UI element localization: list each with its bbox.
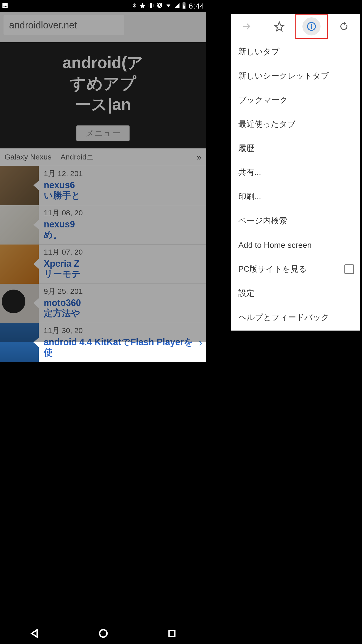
browser-viewport: androidlover.net android(ア すめアプ ース|an メニ… <box>0 12 206 342</box>
signal-icon <box>174 3 180 10</box>
post-date: 11月 07, 20 <box>44 247 83 257</box>
post-date: 9月 25, 201 <box>44 286 83 297</box>
site-menu-button[interactable]: メニュー <box>76 125 130 141</box>
image-icon <box>2 2 9 10</box>
post-thumbnail <box>0 284 39 323</box>
site-title: android(ア すめアプ ース|an <box>0 42 206 125</box>
post-item[interactable]: 11月 30, 20 android 4.4 KitKatでFlash Play… <box>0 323 206 362</box>
category-tabs: Galaxy Nexus Androidニ » <box>0 148 206 166</box>
star-icon <box>139 2 146 10</box>
post-item[interactable]: 11月 07, 20 Xperia Z リーモテ <box>0 245 206 284</box>
post-title: android 4.4 KitKatでFlash Playerを使 <box>44 337 202 358</box>
url-text: androidlover.net <box>9 20 77 31</box>
post-thumbnail <box>0 205 39 245</box>
battery-icon <box>182 2 186 10</box>
post-thumbnail <box>0 323 39 362</box>
status-clock: 6:44 <box>189 2 204 10</box>
status-bar: 6:44 <box>0 0 206 12</box>
bluetooth-icon <box>131 2 138 10</box>
post-thumbnail <box>0 245 39 284</box>
alarm-icon <box>156 2 163 10</box>
post-date: 1月 12, 201 <box>44 169 83 179</box>
tab-android-news[interactable]: Androidニ <box>56 152 99 162</box>
post-title: nexus6 い勝手と <box>44 180 83 201</box>
wifi-icon <box>165 3 172 10</box>
post-item[interactable]: 9月 25, 201 moto360 定方法や <box>0 284 206 323</box>
tabs-more-icon[interactable]: » <box>192 152 206 162</box>
post-title: nexus9 め。 <box>44 219 83 240</box>
chevron-right-icon: › <box>199 336 202 349</box>
post-title: moto360 定方法や <box>44 298 83 318</box>
vibrate-icon <box>148 2 155 10</box>
post-item[interactable]: 1月 12, 201 nexus6 い勝手と <box>0 166 206 205</box>
post-item[interactable]: 11月 08, 20 nexus9 め。 <box>0 205 206 245</box>
url-bar[interactable]: androidlover.net <box>4 15 124 35</box>
post-date: 11月 30, 20 <box>44 326 202 336</box>
post-title: Xperia Z リーモテ <box>44 258 83 279</box>
tab-galaxy-nexus[interactable]: Galaxy Nexus <box>0 153 56 161</box>
post-thumbnail <box>0 166 39 205</box>
post-date: 11月 08, 20 <box>44 208 83 218</box>
